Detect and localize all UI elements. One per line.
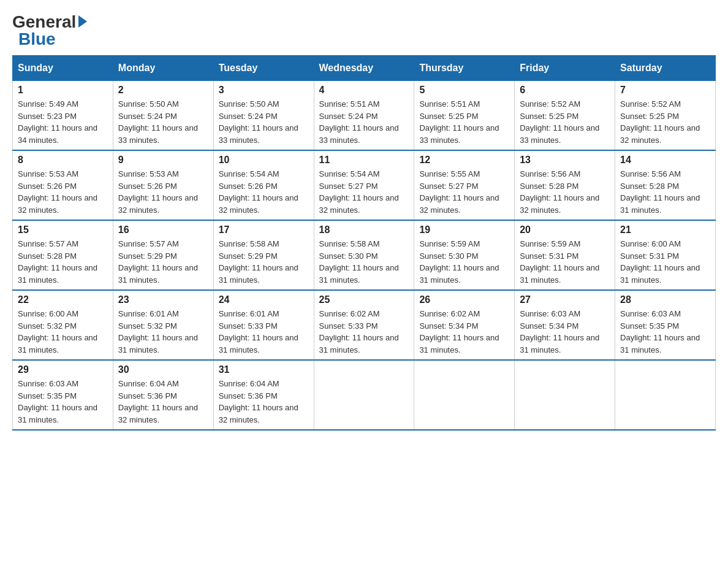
calendar-day-cell: 20Sunrise: 5:59 AMSunset: 5:31 PMDayligh… <box>515 220 615 290</box>
day-number: 10 <box>219 155 309 166</box>
day-number: 11 <box>319 155 409 166</box>
day-info: Sunrise: 6:04 AMSunset: 5:36 PMDaylight:… <box>219 378 309 426</box>
logo: General Blue <box>12 12 87 49</box>
calendar-day-cell: 6Sunrise: 5:52 AMSunset: 5:25 PMDaylight… <box>515 80 615 150</box>
day-number: 20 <box>520 224 610 236</box>
day-number: 19 <box>419 224 509 236</box>
calendar-day-cell: 26Sunrise: 6:02 AMSunset: 5:34 PMDayligh… <box>414 290 515 360</box>
calendar-day-cell: 14Sunrise: 5:56 AMSunset: 5:28 PMDayligh… <box>615 150 716 220</box>
day-number: 12 <box>419 155 509 166</box>
calendar-day-cell: 19Sunrise: 5:59 AMSunset: 5:30 PMDayligh… <box>414 220 515 290</box>
day-info: Sunrise: 5:52 AMSunset: 5:25 PMDaylight:… <box>520 98 610 146</box>
calendar-day-cell <box>414 360 515 430</box>
calendar-day-cell: 11Sunrise: 5:54 AMSunset: 5:27 PMDayligh… <box>314 150 414 220</box>
day-info: Sunrise: 5:58 AMSunset: 5:30 PMDaylight:… <box>319 238 409 286</box>
calendar-day-cell: 16Sunrise: 5:57 AMSunset: 5:29 PMDayligh… <box>113 220 213 290</box>
calendar-day-cell: 29Sunrise: 6:03 AMSunset: 5:35 PMDayligh… <box>13 360 113 430</box>
calendar-day-cell: 2Sunrise: 5:50 AMSunset: 5:24 PMDaylight… <box>113 80 213 150</box>
day-number: 30 <box>118 364 208 375</box>
day-number: 21 <box>620 224 710 236</box>
calendar-header: SundayMondayTuesdayWednesdayThursdayFrid… <box>13 56 716 80</box>
day-of-week-header: Friday <box>515 56 615 80</box>
calendar-week-row: 8Sunrise: 5:53 AMSunset: 5:26 PMDaylight… <box>13 150 716 220</box>
day-number: 7 <box>620 85 710 96</box>
day-info: Sunrise: 6:03 AMSunset: 5:35 PMDaylight:… <box>620 308 710 356</box>
calendar-day-cell: 7Sunrise: 5:52 AMSunset: 5:25 PMDaylight… <box>615 80 716 150</box>
calendar-day-cell <box>515 360 615 430</box>
day-of-week-header: Saturday <box>615 56 716 80</box>
day-number: 4 <box>319 85 409 96</box>
day-number: 28 <box>620 294 710 305</box>
calendar-day-cell: 3Sunrise: 5:50 AMSunset: 5:24 PMDaylight… <box>213 80 314 150</box>
calendar-day-cell: 22Sunrise: 6:00 AMSunset: 5:32 PMDayligh… <box>13 290 113 360</box>
calendar-day-cell: 4Sunrise: 5:51 AMSunset: 5:24 PMDaylight… <box>314 80 414 150</box>
calendar-day-cell: 23Sunrise: 6:01 AMSunset: 5:32 PMDayligh… <box>113 290 213 360</box>
calendar-day-cell: 21Sunrise: 6:00 AMSunset: 5:31 PMDayligh… <box>615 220 716 290</box>
calendar-day-cell: 28Sunrise: 6:03 AMSunset: 5:35 PMDayligh… <box>615 290 716 360</box>
day-info: Sunrise: 6:03 AMSunset: 5:35 PMDaylight:… <box>18 378 108 426</box>
day-info: Sunrise: 6:01 AMSunset: 5:33 PMDaylight:… <box>219 308 309 356</box>
day-number: 5 <box>419 85 509 96</box>
day-number: 14 <box>620 155 710 166</box>
calendar-day-cell: 10Sunrise: 5:54 AMSunset: 5:26 PMDayligh… <box>213 150 314 220</box>
day-info: Sunrise: 5:49 AMSunset: 5:23 PMDaylight:… <box>18 98 108 146</box>
day-number: 29 <box>18 364 108 375</box>
day-info: Sunrise: 6:01 AMSunset: 5:32 PMDaylight:… <box>118 308 208 356</box>
day-of-week-header: Tuesday <box>213 56 314 80</box>
day-info: Sunrise: 5:58 AMSunset: 5:29 PMDaylight:… <box>219 238 309 286</box>
day-info: Sunrise: 5:57 AMSunset: 5:28 PMDaylight:… <box>18 238 108 286</box>
day-number: 27 <box>520 294 610 305</box>
calendar-day-cell: 9Sunrise: 5:53 AMSunset: 5:26 PMDaylight… <box>113 150 213 220</box>
calendar-day-cell: 13Sunrise: 5:56 AMSunset: 5:28 PMDayligh… <box>515 150 615 220</box>
day-number: 6 <box>520 85 610 96</box>
day-info: Sunrise: 5:56 AMSunset: 5:28 PMDaylight:… <box>620 168 710 216</box>
calendar-day-cell: 24Sunrise: 6:01 AMSunset: 5:33 PMDayligh… <box>213 290 314 360</box>
day-info: Sunrise: 5:56 AMSunset: 5:28 PMDaylight:… <box>520 168 610 216</box>
calendar-day-cell: 30Sunrise: 6:04 AMSunset: 5:36 PMDayligh… <box>113 360 213 430</box>
day-number: 8 <box>18 155 108 166</box>
day-number: 23 <box>118 294 208 305</box>
day-of-week-header: Sunday <box>13 56 113 80</box>
calendar-week-row: 22Sunrise: 6:00 AMSunset: 5:32 PMDayligh… <box>13 290 716 360</box>
day-info: Sunrise: 5:51 AMSunset: 5:24 PMDaylight:… <box>319 98 409 146</box>
calendar-week-row: 15Sunrise: 5:57 AMSunset: 5:28 PMDayligh… <box>13 220 716 290</box>
day-number: 24 <box>219 294 309 305</box>
day-info: Sunrise: 5:55 AMSunset: 5:27 PMDaylight:… <box>419 168 509 216</box>
calendar-day-cell: 25Sunrise: 6:02 AMSunset: 5:33 PMDayligh… <box>314 290 414 360</box>
calendar-day-cell: 1Sunrise: 5:49 AMSunset: 5:23 PMDaylight… <box>13 80 113 150</box>
calendar-table: SundayMondayTuesdayWednesdayThursdayFrid… <box>12 55 716 431</box>
calendar-day-cell: 17Sunrise: 5:58 AMSunset: 5:29 PMDayligh… <box>213 220 314 290</box>
day-info: Sunrise: 5:57 AMSunset: 5:29 PMDaylight:… <box>118 238 208 286</box>
day-number: 3 <box>219 85 309 96</box>
calendar-day-cell: 12Sunrise: 5:55 AMSunset: 5:27 PMDayligh… <box>414 150 515 220</box>
calendar-day-cell: 27Sunrise: 6:03 AMSunset: 5:34 PMDayligh… <box>515 290 615 360</box>
day-info: Sunrise: 6:00 AMSunset: 5:31 PMDaylight:… <box>620 238 710 286</box>
day-number: 26 <box>419 294 509 305</box>
logo-blue-text: Blue <box>18 29 56 48</box>
calendar-body: 1Sunrise: 5:49 AMSunset: 5:23 PMDaylight… <box>13 80 716 430</box>
day-info: Sunrise: 6:04 AMSunset: 5:36 PMDaylight:… <box>118 378 208 426</box>
day-number: 18 <box>319 224 409 236</box>
day-number: 17 <box>219 224 309 236</box>
day-number: 13 <box>520 155 610 166</box>
day-number: 16 <box>118 224 208 236</box>
day-info: Sunrise: 5:59 AMSunset: 5:31 PMDaylight:… <box>520 238 610 286</box>
day-info: Sunrise: 5:50 AMSunset: 5:24 PMDaylight:… <box>219 98 309 146</box>
day-info: Sunrise: 5:53 AMSunset: 5:26 PMDaylight:… <box>118 168 208 216</box>
day-number: 31 <box>219 364 309 375</box>
day-info: Sunrise: 6:03 AMSunset: 5:34 PMDaylight:… <box>520 308 610 356</box>
day-info: Sunrise: 5:59 AMSunset: 5:30 PMDaylight:… <box>419 238 509 286</box>
calendar-day-cell: 31Sunrise: 6:04 AMSunset: 5:36 PMDayligh… <box>213 360 314 430</box>
day-info: Sunrise: 6:02 AMSunset: 5:34 PMDaylight:… <box>419 308 509 356</box>
calendar-day-cell: 18Sunrise: 5:58 AMSunset: 5:30 PMDayligh… <box>314 220 414 290</box>
day-number: 25 <box>319 294 409 305</box>
day-number: 22 <box>18 294 108 305</box>
logo-arrow-icon <box>78 15 87 28</box>
day-number: 2 <box>118 85 208 96</box>
day-of-week-header: Thursday <box>414 56 515 80</box>
calendar-day-cell <box>314 360 414 430</box>
day-info: Sunrise: 5:53 AMSunset: 5:26 PMDaylight:… <box>18 168 108 216</box>
calendar-day-cell: 15Sunrise: 5:57 AMSunset: 5:28 PMDayligh… <box>13 220 113 290</box>
day-info: Sunrise: 5:54 AMSunset: 5:27 PMDaylight:… <box>319 168 409 216</box>
day-info: Sunrise: 5:50 AMSunset: 5:24 PMDaylight:… <box>118 98 208 146</box>
